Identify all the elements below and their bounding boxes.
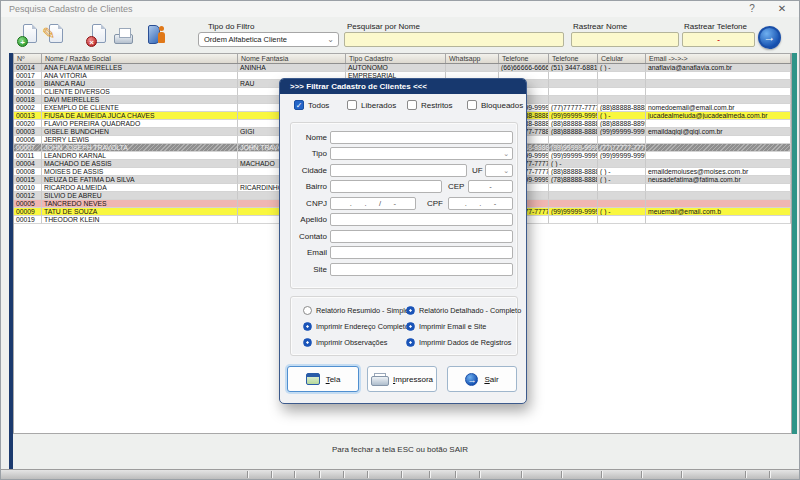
bairro-input[interactable] bbox=[330, 180, 442, 193]
column-header[interactable]: Email ->->-> bbox=[646, 54, 791, 63]
table-cell: nomedoemail@email.com.br bbox=[646, 104, 791, 112]
filter-type-value: Ordem Alfabetica Cliente bbox=[204, 35, 287, 44]
statusbar-divider bbox=[479, 471, 480, 478]
unchecked-checkbox-icon bbox=[467, 100, 477, 110]
radio-checked-icon bbox=[406, 338, 415, 347]
checkbox-bloqueados[interactable]: Bloqueados bbox=[467, 100, 523, 110]
table-cell: (99)99999-9999 bbox=[549, 112, 598, 120]
table-cell: (77)77777-7777 bbox=[549, 104, 598, 112]
radio-option[interactable]: Imprimir Observações bbox=[303, 338, 387, 347]
cidade-label: Cidade bbox=[291, 164, 327, 177]
radio-option[interactable]: Imprimir Dados de Registros bbox=[406, 338, 511, 347]
column-header[interactable]: Telefone bbox=[499, 54, 549, 63]
delete-record-icon[interactable] bbox=[85, 23, 109, 47]
table-row[interactable]: 00014ANA FLAVIA MEIRELLESANINHAAUTONOMO(… bbox=[14, 64, 791, 72]
edit-record-icon[interactable] bbox=[42, 23, 66, 47]
checkbox-restritos[interactable]: Restritos bbox=[407, 100, 453, 110]
button-label: Tela bbox=[326, 375, 341, 384]
table-cell: CLIENTE DIVERSOS bbox=[42, 88, 238, 96]
sair-button[interactable]: Sair bbox=[447, 366, 517, 392]
uf-select[interactable]: ⌄ bbox=[485, 164, 513, 177]
nome-input[interactable] bbox=[330, 131, 513, 144]
table-cell bbox=[646, 136, 791, 144]
table-cell: emaildemoiuses@moises.com.br bbox=[646, 168, 791, 176]
dialog-fields-group: Nome Tipo ⌄ Cidade UF ⌄ Bairro CEP - CNP… bbox=[290, 122, 518, 289]
column-header[interactable]: Nome Fantasia bbox=[238, 54, 346, 63]
site-input[interactable] bbox=[330, 263, 513, 276]
statusbar-divider bbox=[561, 471, 562, 478]
checkbox-label: Bloqueados bbox=[481, 101, 523, 110]
table-cell: 00005 bbox=[14, 200, 42, 208]
statusbar-divider bbox=[641, 471, 642, 478]
add-record-icon[interactable] bbox=[16, 23, 40, 47]
exit-icon[interactable] bbox=[145, 23, 169, 47]
table-cell bbox=[549, 72, 598, 80]
table-cell: (51) 3447-6881 bbox=[549, 64, 598, 72]
table-cell: (77)77777-7777 bbox=[598, 144, 646, 152]
button-label: Sair bbox=[484, 375, 498, 384]
uf-label: UF bbox=[472, 164, 483, 177]
table-cell: SILVIO DE ABREU bbox=[42, 192, 238, 200]
unchecked-checkbox-icon bbox=[407, 100, 417, 110]
filter-type-select[interactable]: Ordem Alfabetica Cliente ⌄ bbox=[198, 32, 339, 47]
table-cell: (66)66666-6666 bbox=[499, 64, 549, 72]
column-header[interactable]: Nº bbox=[14, 54, 42, 63]
track-name-input[interactable] bbox=[571, 32, 679, 47]
column-header[interactable]: Whatsapp bbox=[446, 54, 499, 63]
radio-option[interactable]: Imprimir Email e Site bbox=[406, 322, 486, 331]
checkbox-todos[interactable]: Todos bbox=[294, 100, 329, 110]
column-header[interactable]: Tipo Cadastro bbox=[346, 54, 446, 63]
table-cell bbox=[646, 80, 791, 88]
table-cell: 00002 bbox=[14, 104, 42, 112]
search-name-label: Pesquisar por Nome bbox=[347, 22, 420, 31]
table-cell bbox=[646, 72, 791, 80]
cnpj-input[interactable]: . . / - bbox=[330, 197, 416, 210]
statusbar-divider bbox=[455, 471, 456, 478]
table-cell: (88)88888-8888 bbox=[598, 104, 646, 112]
cpf-label: CPF bbox=[427, 197, 443, 210]
table-cell: JERRY LEWIS bbox=[42, 136, 238, 144]
column-header[interactable]: Telefone bbox=[549, 54, 598, 63]
tela-button[interactable]: Tela bbox=[287, 366, 359, 392]
contato-input[interactable] bbox=[330, 230, 513, 243]
statusbar-divider bbox=[247, 471, 248, 478]
table-cell bbox=[549, 88, 598, 96]
table-cell bbox=[549, 80, 598, 88]
table-cell bbox=[549, 200, 598, 208]
table-cell: ( ) - bbox=[598, 176, 646, 184]
column-header[interactable]: Celular bbox=[598, 54, 646, 63]
table-cell bbox=[646, 216, 791, 224]
site-label: Site bbox=[291, 263, 327, 276]
statusbar-divider bbox=[521, 471, 522, 478]
radio-option[interactable]: Relatório Resumido - Simples bbox=[303, 306, 413, 315]
table-cell: NEUZA DE FATIMA DA SILVA bbox=[42, 176, 238, 184]
title-bar: Pesquisa Cadastro de Clientes ? ✕ bbox=[1, 1, 799, 17]
statusbar-divider bbox=[271, 471, 272, 478]
checkbox-liberados[interactable]: Liberados bbox=[347, 100, 396, 110]
tipo-select[interactable]: ⌄ bbox=[330, 147, 513, 160]
table-cell: TATU DE SOUZA bbox=[42, 208, 238, 216]
close-icon[interactable]: ✕ bbox=[775, 3, 789, 14]
cep-input[interactable]: - bbox=[468, 180, 513, 193]
column-header[interactable]: Nome / Razão Social bbox=[42, 54, 238, 63]
impressora-button[interactable]: Impressora bbox=[367, 366, 437, 392]
filter-type-label: Tipo do Filtro bbox=[208, 22, 254, 31]
cidade-input[interactable] bbox=[330, 164, 467, 177]
print-icon[interactable] bbox=[112, 23, 136, 47]
cpf-input[interactable]: . . - bbox=[448, 197, 513, 210]
table-cell: (99)99999-9999 bbox=[549, 152, 598, 160]
radio-option[interactable]: Imprimir Endereço Completo bbox=[303, 322, 409, 331]
email-input[interactable] bbox=[330, 246, 513, 259]
table-cell bbox=[598, 80, 646, 88]
apelido-input[interactable] bbox=[330, 213, 513, 226]
table-cell: DAVI MEIRELLES bbox=[42, 96, 238, 104]
table-cell bbox=[598, 200, 646, 208]
radio-option[interactable]: Relatório Detalhado - Completo bbox=[406, 306, 521, 315]
track-phone-input[interactable]: - bbox=[682, 32, 755, 47]
search-name-input[interactable] bbox=[344, 32, 564, 47]
app-window: Pesquisa Cadastro de Clientes ? ✕ Tipo d… bbox=[0, 0, 800, 480]
table-cell bbox=[598, 72, 646, 80]
table-cell: (99)99999-9999 bbox=[549, 208, 598, 216]
help-button[interactable]: ? bbox=[745, 3, 759, 14]
search-go-button[interactable] bbox=[758, 26, 781, 49]
